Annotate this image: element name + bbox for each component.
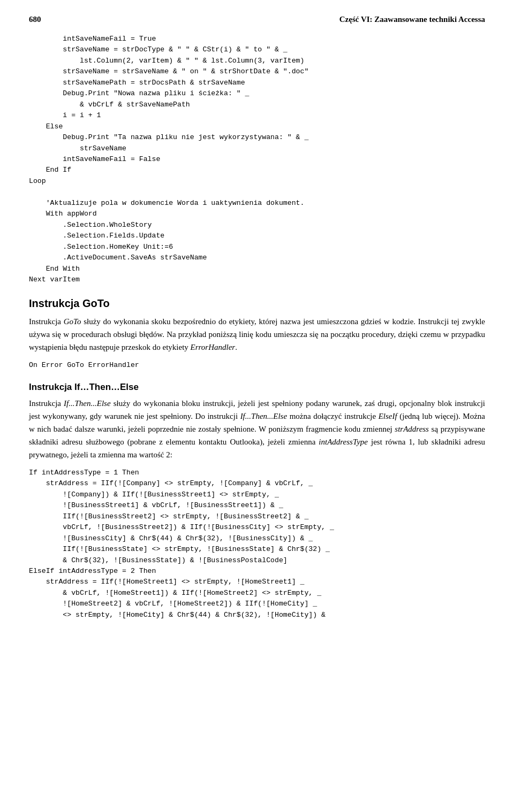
page-number: 680 [29, 15, 41, 24]
section-goto-text: Instrukcja GoTo służy do wykonania skoku… [29, 315, 485, 354]
page-header: 680 Część VI: Zaawansowane techniki Acce… [29, 15, 485, 24]
section-ifthen-heading: Instrukcja If…Then…Else [29, 382, 485, 393]
page: 680 Część VI: Zaawansowane techniki Acce… [0, 0, 514, 812]
code-goto: On Error GoTo ErrorHandler [29, 360, 485, 371]
code-block-1: intSaveNameFail = True strSaveName = str… [29, 34, 485, 285]
chapter-title: Część VI: Zaawansowane techniki Accessa [339, 15, 485, 24]
code-block-2: If intAddressType = 1 Then strAddress = … [29, 468, 485, 621]
section-ifthen-text: Instrukcja If...Then...Else służy do wyk… [29, 397, 485, 461]
section-goto-heading: Instrukcja GoTo [29, 297, 485, 310]
